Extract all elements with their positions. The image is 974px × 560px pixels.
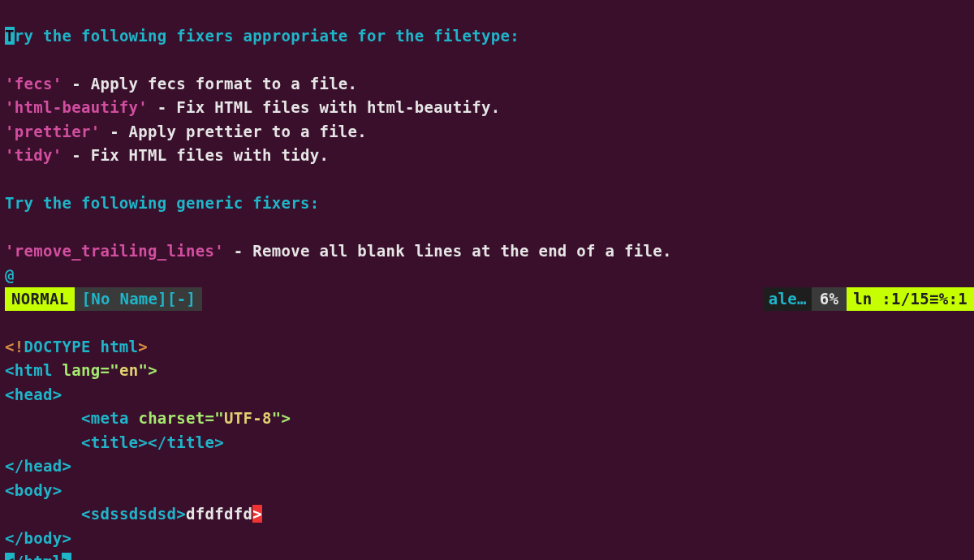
- ale-generic-heading: Try the following generic fixers:: [5, 194, 319, 212]
- fixer-name: 'prettier': [5, 123, 100, 140]
- code-line: <head>: [5, 386, 62, 403]
- ale-heading: ry the following fixers appropriate for …: [15, 27, 519, 45]
- code-line: <meta charset="UTF-8">: [5, 409, 291, 427]
- code-line: <body>: [5, 481, 62, 499]
- fixer-name: 'remove_trailing_lines': [5, 242, 224, 260]
- code-line: <sdssdsdsd>dfdfdfd>: [5, 505, 262, 523]
- code-line: </head>: [5, 457, 71, 475]
- fixer-desc: Apply fecs format to a file.: [91, 75, 358, 93]
- percent-indicator: 6%: [812, 287, 847, 312]
- ale-suggest-pane: Try the following fixers appropriate for…: [0, 0, 974, 287]
- ale-indicator: ale…: [764, 287, 812, 312]
- statusline-top: NORMAL [No Name][-] ale… 6% ln :1/15≡%:1: [0, 287, 974, 311]
- fixer-desc: Remove all blank lines at the end of a f…: [252, 242, 672, 260]
- fixer-desc: Apply prettier to a file.: [129, 123, 367, 140]
- mode-indicator: NORMAL: [5, 287, 75, 312]
- code-line: </body>: [5, 529, 71, 547]
- code-line: <title></title>: [5, 433, 224, 451]
- code-line: </html>: [5, 553, 71, 560]
- fixer-name: 'fecs': [5, 75, 62, 93]
- position-indicator: ln :1/15≡%:1: [847, 287, 974, 312]
- fixer-desc: Fix HTML files with tidy.: [91, 146, 329, 164]
- error-highlight: >: [252, 505, 262, 523]
- fixer-name: 'tidy': [5, 146, 62, 164]
- buffer-name: [No Name][-]: [75, 287, 202, 312]
- cursor-line: <: [5, 553, 15, 560]
- fixer-desc: Fix HTML files with html-beautify.: [176, 98, 500, 116]
- code-editor-pane[interactable]: <!DOCTYPE html> <html lang="en"> <head> …: [0, 311, 974, 560]
- overflow-indicator: @: [5, 266, 15, 284]
- code-line: <html lang="en">: [5, 361, 157, 379]
- code-line: <!DOCTYPE html>: [5, 338, 148, 355]
- fixer-name: 'html-beautify': [5, 98, 148, 116]
- cursor: T: [5, 27, 15, 45]
